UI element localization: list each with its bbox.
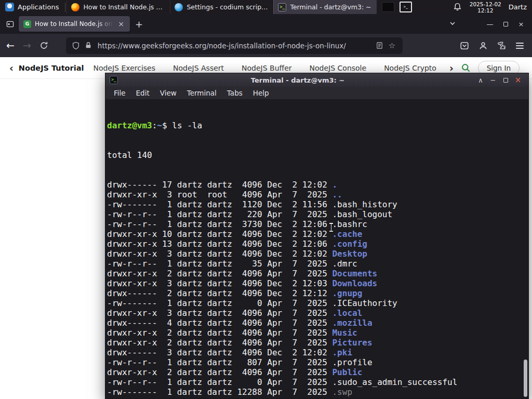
ls-output-line: drwxr-xr-x 10 dartz dartz 4096 Dec 2 12:… (107, 229, 528, 239)
terminal-icon: >_ (278, 3, 286, 11)
command-text: ls -la (172, 121, 202, 130)
window-maximize-button[interactable] (498, 20, 513, 28)
terminal-titlebar[interactable]: >_ Terminal - dartz@vm3: ~ ∧ − × (105, 73, 528, 87)
terminal-menu-file[interactable]: File (109, 89, 131, 97)
ls-output-line: drwxr-xr-x 13 dartz dartz 4096 Dec 2 12:… (107, 239, 528, 249)
ls-output-line: drwxr-xr-x 2 dartz dartz 4096 Apr 7 2025… (107, 338, 528, 348)
gfg-nav-item[interactable]: NodeJS Console (310, 64, 367, 72)
ls-output-line: drwxr-xr-x 3 dartz dartz 4096 Apr 7 2025… (107, 308, 528, 318)
gfg-nav-item[interactable]: NodeJS Buffer (242, 64, 292, 72)
new-tab-button[interactable]: + (130, 19, 148, 30)
taskbar-button-title: Terminal - dartz@vm3: ~ (290, 3, 371, 11)
terminal-app-icon: >_ (110, 76, 118, 84)
terminal-menu-tabs[interactable]: Tabs (222, 89, 248, 97)
ls-output-line: drwxr-xr-x 2 dartz dartz 4096 Apr 7 2025… (107, 397, 528, 398)
ls-entry-name: .cache (332, 229, 362, 239)
tray-terminal-icon[interactable]: >_ (400, 2, 412, 12)
extensions-puzzle-icon[interactable] (497, 41, 507, 50)
ls-output-line: -rw-r--r-- 1 dartz dartz 807 Apr 7 2025 … (107, 357, 528, 367)
browser-tab-bar: G How to Install Node.js on... × + — × (0, 14, 532, 34)
tab-close-button[interactable]: × (117, 20, 125, 28)
terminal-minimize-button[interactable]: − (487, 76, 499, 84)
gfg-scroll-right-icon[interactable]: › (445, 62, 458, 74)
ls-entry-name: Desktop (332, 249, 367, 259)
menu-hamburger-icon[interactable] (516, 41, 524, 50)
ls-entry-name: Downloads (332, 278, 377, 288)
window-close-button[interactable]: × (513, 20, 529, 28)
gfg-nav-item[interactable]: NodeJS Crypto (384, 64, 436, 72)
applications-menu-button[interactable]: Applications (0, 0, 64, 14)
tab-title: How to Install Node.js on... (35, 20, 113, 28)
ls-output-line: drwx------ 17 dartz dartz 4096 Dec 2 12:… (107, 180, 528, 190)
prompt-line: dartz@vm3:~$ ls -la (107, 121, 528, 130)
window-minimize-button[interactable]: — (482, 20, 498, 28)
lock-icon[interactable] (85, 42, 93, 50)
ls-entry-name: .bash_history (332, 200, 397, 209)
back-button[interactable]: ← (6, 41, 15, 50)
desktop: Applications How to Install Node.js o...… (0, 0, 532, 399)
ls-output-line: drwxr-xr-x 3 dartz dartz 4096 Dec 2 12:0… (107, 278, 528, 288)
terminal-menu-edit[interactable]: Edit (131, 89, 155, 97)
ls-output-line: -rw------- 1 dartz dartz 12288 Apr 7 202… (107, 387, 528, 397)
taskbar-button-title: Settings - codium script... (187, 3, 269, 11)
browser-tab[interactable]: G How to Install Node.js on... × (19, 16, 130, 32)
firefox-view-icon[interactable] (3, 17, 17, 31)
notification-bell-icon[interactable] (453, 3, 462, 12)
reload-button[interactable] (39, 41, 48, 50)
terminal-shade-button[interactable]: ∧ (474, 76, 487, 84)
ls-entry-name: .. (332, 190, 342, 200)
ls-entry-name: .sudo_as_admin_successful (332, 377, 457, 387)
terminal-menu-view[interactable]: View (155, 89, 182, 97)
ls-entry-name: Templates (332, 397, 377, 398)
ls-entry-name: .local (332, 308, 362, 318)
terminal-maximize-button[interactable] (499, 76, 512, 84)
gfg-nav-item[interactable]: NodeJS Assert (173, 64, 224, 72)
ls-entry-name: . (332, 180, 337, 190)
terminal-scrollbar[interactable] (524, 360, 527, 397)
ls-entry-name: .gnupg (332, 288, 362, 298)
taskbar-button[interactable]: How to Install Node.js o... (66, 0, 170, 14)
panel-clock[interactable]: 2025-12-02 12:12 (470, 1, 501, 14)
system-tray: >_ (382, 0, 412, 14)
tracking-protection-shield-icon[interactable] (72, 42, 80, 50)
ls-output-line: -rw-r--r-- 1 dartz dartz 0 Apr 7 2025 .s… (107, 377, 528, 387)
search-icon[interactable] (461, 63, 471, 73)
tray-display-icon[interactable] (382, 2, 394, 12)
ls-entry-name: .profile (332, 357, 372, 367)
clock-time: 12:12 (470, 7, 501, 14)
applications-label: Applications (18, 3, 59, 11)
navbar-right-icons (460, 41, 526, 50)
reader-view-icon[interactable] (376, 42, 384, 50)
gfg-scroll-left-icon[interactable]: ‹ (5, 62, 18, 74)
account-icon[interactable] (478, 41, 488, 50)
panel-separator (65, 3, 65, 12)
ls-entry-name: .pki (332, 348, 352, 357)
ls-output-line: drwxr-xr-x 2 dartz dartz 4096 Apr 7 2025… (107, 328, 528, 338)
bookmark-star-icon[interactable]: ☆ (389, 42, 397, 50)
geeksforgeeks-favicon-icon: G (23, 20, 31, 28)
panel-username: Dartz (509, 3, 527, 11)
pocket-save-icon[interactable] (460, 41, 469, 50)
terminal-menu-terminal[interactable]: Terminal (182, 89, 222, 97)
terminal-menubar: FileEditViewTerminalTabsHelp (105, 87, 528, 100)
ls-entry-name: Documents (332, 269, 377, 278)
terminal-menu-help[interactable]: Help (248, 89, 274, 97)
forward-button: → (23, 41, 31, 50)
ls-entry-name: .bash_logout (332, 209, 392, 219)
tab-list-chevron-icon[interactable] (445, 20, 460, 28)
ls-output: drwx------ 17 dartz dartz 4096 Dec 2 12:… (107, 180, 528, 398)
terminal-output[interactable]: dartz@vm3:~$ ls -la total 140 drwx------… (105, 100, 528, 398)
gfg-nav-items: NodeJS ExercisesNodeJS AssertNodeJS Buff… (93, 64, 445, 72)
terminal-close-button[interactable]: × (512, 75, 524, 85)
ls-entry-name: .swp (332, 387, 352, 397)
gfg-active-tutorial-label[interactable]: NodeJS Tutorial (18, 64, 89, 72)
gfg-nav-item[interactable]: NodeJS Exercises (93, 64, 155, 72)
ls-output-line: drwx------ 2 dartz dartz 4096 Dec 2 12:1… (107, 288, 528, 298)
taskbar-button[interactable]: >_Terminal - dartz@vm3: ~ (273, 0, 377, 14)
panel-status-area: 2025-12-02 12:12 Dartz (453, 0, 532, 14)
ls-output-line: drwxr-xr-x 2 dartz dartz 4096 Apr 7 2025… (107, 367, 528, 377)
taskbar: How to Install Node.js o...Settings - co… (66, 0, 377, 14)
taskbar-button[interactable]: Settings - codium script... (170, 0, 273, 14)
url-bar[interactable]: https://www.geeksforgeeks.org/node-js/in… (66, 37, 403, 54)
ls-output-line: -rw-r--r-- 1 dartz dartz 35 Apr 7 2025 .… (107, 259, 528, 269)
